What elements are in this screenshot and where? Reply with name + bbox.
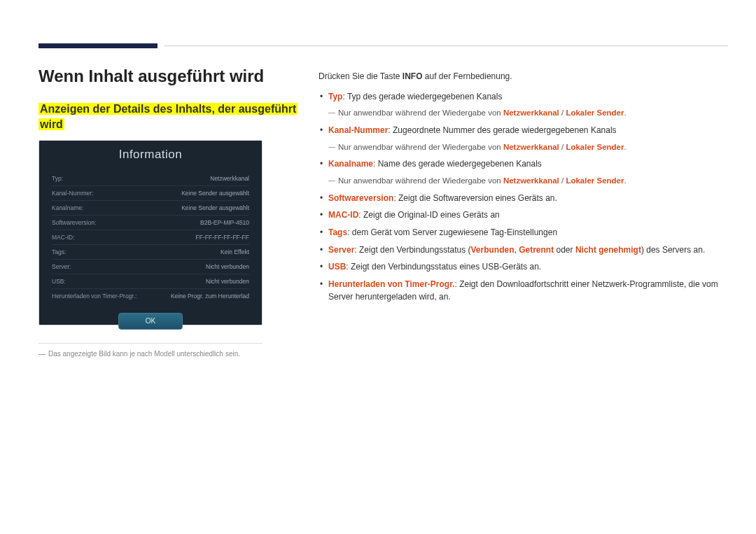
sub-note: Nur anwendbar während der Wiedergabe von…	[318, 107, 724, 120]
info-value: FF-FF-FF-FF-FF-FF	[196, 234, 249, 241]
footnote: ―Das angezeigte Bild kann je nach Modell…	[38, 350, 276, 358]
term: Tags	[328, 227, 347, 237]
info-value: Netzwerkkanal	[210, 175, 249, 182]
list-item: Kanal-Nummer: Zugeordnete Nummer des ger…	[318, 124, 724, 137]
header-accent	[38, 43, 158, 48]
rest: : Typ des gerade wiedergegebenen Kanals	[342, 92, 502, 101]
info-row: Tags:Kein Effekt	[52, 245, 249, 260]
header-rule	[164, 45, 728, 46]
list-item: Kanalname: Name des gerade wiedergegeben…	[318, 157, 724, 171]
description-list: Typ: Typ des gerade wiedergegebenen Kana…	[318, 90, 724, 304]
footnote-dash: ―	[38, 350, 46, 358]
info-row: Herunterladen von Timer-Progr.:Keine Pro…	[52, 289, 249, 303]
subheading-highlight-2: wird	[38, 118, 64, 130]
info-label: Herunterladen von Timer-Progr.:	[52, 293, 136, 300]
info-label: Kanalname:	[52, 204, 83, 211]
page-title: Wenn Inhalt ausgeführt wird	[38, 66, 264, 86]
term: MAC-ID	[328, 210, 358, 220]
subheading-highlight-1: Anzeigen der Details des Inhalts, der au…	[38, 103, 298, 115]
info-value: Keine Sender ausgewählt	[181, 204, 249, 211]
rest: : Zugeordnete Nummer des gerade wiederge…	[388, 125, 616, 135]
info-row: USB:Nicht verbunden	[52, 274, 249, 289]
info-row: Kanal-Nummer:Keine Sender ausgewählt	[52, 186, 249, 201]
intro-pre: Drücken Sie die Taste	[318, 71, 402, 81]
rest: : Zeigt die Softwareversion eines Geräts…	[393, 193, 556, 203]
rest: : Zeigt den Verbindungsstatus eines USB-…	[346, 262, 541, 272]
info-label: USB:	[52, 278, 66, 285]
info-label: MAC-ID:	[52, 234, 75, 241]
info-row: Softwareversion:B2B-EP-MIP-4510	[52, 216, 249, 230]
info-value: Nicht verbunden	[206, 263, 249, 270]
list-item: Softwareversion: Zeigt die Softwareversi…	[318, 192, 724, 205]
info-row: Kanalname:Keine Sender ausgewählt	[52, 201, 249, 216]
rest: : Name des gerade wiedergegebenen Kanals	[373, 159, 542, 169]
ok-button[interactable]: OK	[118, 313, 183, 330]
list-item: Server: Zeigt den Verbindungsstatus (Ver…	[318, 244, 724, 257]
list-item: Tags: dem Gerät vom Server zugewiesene T…	[318, 226, 724, 239]
term: USB	[328, 262, 346, 272]
term: Kanal-Nummer	[328, 125, 388, 135]
info-label: Softwareversion:	[52, 219, 96, 226]
term: Typ	[328, 92, 342, 101]
intro-line: Drücken Sie die Taste INFO auf der Fernb…	[318, 70, 724, 83]
info-row: Server:Nicht verbunden	[52, 260, 249, 274]
info-dialog-title: Information	[52, 148, 249, 162]
info-row: Typ:Netzwerkkanal	[52, 171, 249, 186]
footnote-text: Das angezeigte Bild kann je nach Modell …	[48, 350, 240, 358]
list-item: Typ: Typ des gerade wiedergegebenen Kana…	[318, 90, 724, 104]
list-item: USB: Zeigt den Verbindungsstatus eines U…	[318, 260, 724, 274]
info-dialog: Information Typ:Netzwerkkanal Kanal-Numm…	[38, 140, 262, 325]
info-value: Keine Sender ausgewählt	[181, 190, 249, 197]
section-title: Anzeigen der Details des Inhalts, der au…	[38, 101, 317, 132]
list-item: Herunterladen von Timer-Progr.: Zeigt de…	[318, 278, 724, 304]
info-value: Kein Effekt	[220, 248, 249, 255]
sub-note: Nur anwendbar während der Wiedergabe von…	[318, 175, 724, 188]
info-label: Server:	[52, 263, 71, 270]
description-column: Drücken Sie die Taste INFO auf der Fernb…	[318, 70, 724, 308]
list-item: MAC-ID: Zeigt die Original-ID eines Gerä…	[318, 209, 724, 222]
term: Kanalname	[328, 159, 373, 169]
info-label: Typ:	[52, 175, 63, 182]
intro-bold: INFO	[402, 71, 423, 81]
rest: : Zeigt die Original-ID eines Geräts an	[358, 210, 499, 220]
intro-post: auf der Fernbedienung.	[423, 71, 512, 81]
info-label: Kanal-Nummer:	[52, 190, 94, 197]
term: Softwareversion	[328, 193, 393, 203]
info-label: Tags:	[52, 248, 66, 255]
term: Herunterladen von Timer-Progr.	[328, 279, 455, 289]
info-dialog-rows: Typ:Netzwerkkanal Kanal-Nummer:Keine Sen…	[52, 171, 249, 303]
rest: : dem Gerät vom Server zugewiesene Tag-E…	[347, 227, 557, 237]
sub-note: Nur anwendbar während der Wiedergabe von…	[318, 141, 724, 154]
info-row: MAC-ID:FF-FF-FF-FF-FF-FF	[52, 230, 249, 245]
footnote-divider	[38, 343, 262, 344]
info-value: B2B-EP-MIP-4510	[200, 219, 249, 226]
info-value: Keine Progr. zum Herunterlad	[171, 293, 249, 300]
info-value: Nicht verbunden	[206, 278, 249, 285]
term: Server	[328, 245, 354, 255]
